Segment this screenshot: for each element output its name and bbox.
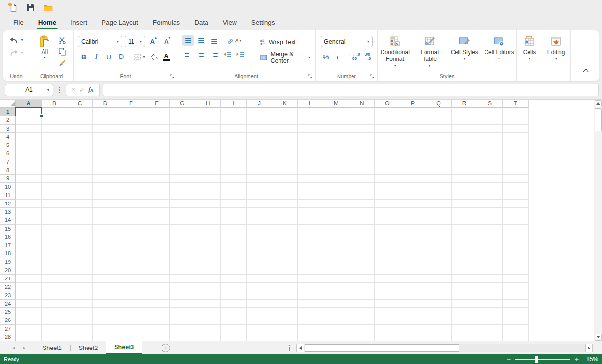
cell-E1[interactable] xyxy=(118,108,144,116)
font-dialog-launcher[interactable] xyxy=(170,74,175,78)
cell-T27[interactable] xyxy=(503,325,529,333)
cell-Q16[interactable] xyxy=(426,233,452,241)
cell-T2[interactable] xyxy=(503,116,529,124)
cell-K12[interactable] xyxy=(272,200,298,208)
cell-H22[interactable] xyxy=(195,283,221,291)
cell-C5[interactable] xyxy=(67,141,93,149)
cell-C10[interactable] xyxy=(67,183,93,191)
cell-editors-button[interactable]: Cell Editors ▾ xyxy=(482,30,516,72)
cell-G24[interactable] xyxy=(170,300,195,308)
cell-D16[interactable] xyxy=(93,233,118,241)
align-middle-button[interactable] xyxy=(195,35,207,46)
paste-button[interactable]: All ▾ xyxy=(35,30,55,72)
cell-S25[interactable] xyxy=(477,308,503,316)
redo-dropdown-icon[interactable]: ▾ xyxy=(21,51,23,55)
cell-O11[interactable] xyxy=(375,191,400,200)
cell-D10[interactable] xyxy=(93,183,118,191)
cell-P11[interactable] xyxy=(400,191,426,200)
cell-T16[interactable] xyxy=(503,233,529,241)
cell-I14[interactable] xyxy=(221,216,247,224)
cell-L11[interactable] xyxy=(298,191,323,200)
cell-C22[interactable] xyxy=(67,283,93,291)
cell-M17[interactable] xyxy=(323,241,349,249)
cell-L12[interactable] xyxy=(298,200,323,208)
cell-N15[interactable] xyxy=(349,225,375,233)
cell-S6[interactable] xyxy=(477,149,503,158)
cell-N18[interactable] xyxy=(349,249,375,258)
row-header-9[interactable]: 9 xyxy=(0,175,16,183)
cell-L24[interactable] xyxy=(298,300,323,308)
cell-H13[interactable] xyxy=(195,208,221,216)
cell-F19[interactable] xyxy=(144,258,170,266)
cell-G6[interactable] xyxy=(170,149,195,158)
cell-O8[interactable] xyxy=(375,166,400,175)
cell-C8[interactable] xyxy=(67,166,93,175)
cell-I15[interactable] xyxy=(221,225,247,233)
cell-S18[interactable] xyxy=(477,249,503,258)
cell-J1[interactable] xyxy=(247,108,272,116)
column-header-P[interactable]: P xyxy=(400,100,426,108)
row-header-28[interactable]: 28 xyxy=(0,333,16,341)
cell-R28[interactable] xyxy=(452,333,477,341)
cell-P2[interactable] xyxy=(400,116,426,124)
cell-I22[interactable] xyxy=(221,283,247,291)
column-header-J[interactable]: J xyxy=(247,100,272,108)
cell-H5[interactable] xyxy=(195,141,221,149)
cell-R16[interactable] xyxy=(452,233,477,241)
cell-R2[interactable] xyxy=(452,116,477,124)
cell-T24[interactable] xyxy=(503,300,529,308)
cell-L19[interactable] xyxy=(298,258,323,266)
confirm-entry-button[interactable]: ✓ xyxy=(79,87,84,94)
zoom-in-button[interactable]: + xyxy=(574,356,579,363)
cell-O10[interactable] xyxy=(375,183,400,191)
cell-P24[interactable] xyxy=(400,300,426,308)
cell-B28[interactable] xyxy=(42,333,67,341)
cell-L28[interactable] xyxy=(298,333,323,341)
cell-E20[interactable] xyxy=(118,266,144,275)
cell-E26[interactable] xyxy=(118,316,144,324)
cell-I19[interactable] xyxy=(221,258,247,266)
cell-P8[interactable] xyxy=(400,166,426,175)
cell-E28[interactable] xyxy=(118,333,144,341)
cell-M8[interactable] xyxy=(323,166,349,175)
cell-N12[interactable] xyxy=(349,200,375,208)
editing-button[interactable]: Editing ▾ xyxy=(543,30,569,61)
cell-Q21[interactable] xyxy=(426,275,452,283)
cell-T18[interactable] xyxy=(503,249,529,258)
cell-P15[interactable] xyxy=(400,225,426,233)
cell-E17[interactable] xyxy=(118,241,144,249)
cell-R27[interactable] xyxy=(452,325,477,333)
column-header-E[interactable]: E xyxy=(118,100,144,108)
column-header-O[interactable]: O xyxy=(375,100,400,108)
row-header-20[interactable]: 20 xyxy=(0,266,16,275)
cell-D25[interactable] xyxy=(93,308,118,316)
cell-T5[interactable] xyxy=(503,141,529,149)
cell-C17[interactable] xyxy=(67,241,93,249)
cell-A2[interactable] xyxy=(16,116,42,124)
horizontal-scroll-thumb[interactable] xyxy=(305,344,459,352)
cell-P12[interactable] xyxy=(400,200,426,208)
cell-E19[interactable] xyxy=(118,258,144,266)
row-header-5[interactable]: 5 xyxy=(0,141,16,149)
vertical-scrollbar[interactable] xyxy=(594,100,602,341)
cell-B4[interactable] xyxy=(42,133,67,141)
increase-indent-button[interactable] xyxy=(235,49,246,59)
cell-Q7[interactable] xyxy=(426,158,452,166)
cell-S15[interactable] xyxy=(477,225,503,233)
cell-C20[interactable] xyxy=(67,266,93,275)
cell-P13[interactable] xyxy=(400,208,426,216)
bold-button[interactable]: B xyxy=(78,52,89,62)
cell-C3[interactable] xyxy=(67,125,93,133)
italic-button[interactable]: I xyxy=(90,52,102,62)
cell-M26[interactable] xyxy=(323,316,349,324)
cell-F7[interactable] xyxy=(144,158,170,166)
cell-K25[interactable] xyxy=(272,308,298,316)
cell-N23[interactable] xyxy=(349,291,375,300)
cell-N11[interactable] xyxy=(349,191,375,200)
fill-color-button[interactable] xyxy=(148,52,160,62)
cell-L13[interactable] xyxy=(298,208,323,216)
cell-O2[interactable] xyxy=(375,116,400,124)
cell-R26[interactable] xyxy=(452,316,477,324)
cell-A22[interactable] xyxy=(16,283,42,291)
cell-P17[interactable] xyxy=(400,241,426,249)
